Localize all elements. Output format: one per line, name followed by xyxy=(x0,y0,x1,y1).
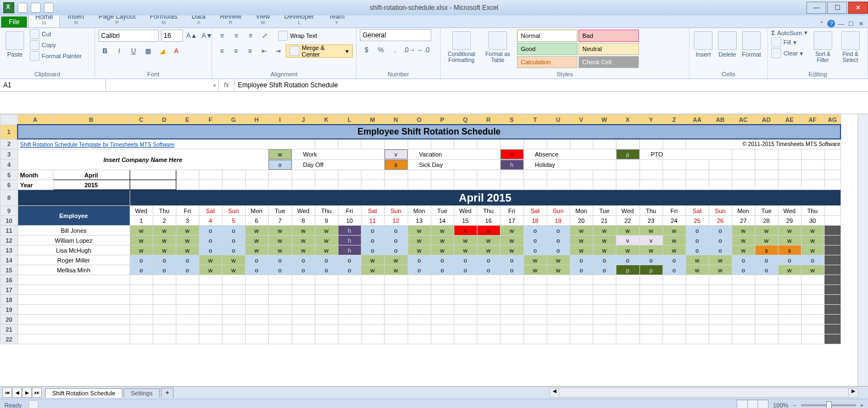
shift-cell[interactable]: w xyxy=(709,255,732,265)
view-mode-buttons[interactable] xyxy=(737,400,769,408)
employee-name[interactable]: Lisa McHugh xyxy=(18,245,130,255)
shift-cell[interactable]: w xyxy=(547,255,570,265)
shift-cell[interactable]: w xyxy=(408,226,431,236)
shift-cell[interactable]: o xyxy=(199,245,222,255)
fill-button[interactable]: Fill▾ xyxy=(771,37,808,47)
vertical-scrollbar[interactable] xyxy=(858,114,868,386)
shift-cell[interactable]: w xyxy=(755,226,778,236)
month-value[interactable]: April xyxy=(53,170,130,180)
percent-button[interactable]: % xyxy=(374,43,387,57)
row-header-18[interactable]: 18 xyxy=(1,295,18,305)
col-header-E[interactable]: E xyxy=(176,115,199,125)
bold-button[interactable]: B xyxy=(98,44,112,58)
shift-cell[interactable]: o xyxy=(477,255,500,265)
doc-minimize-icon[interactable]: — xyxy=(837,20,845,27)
col-header-X[interactable]: X xyxy=(616,115,639,125)
shift-cell[interactable]: o xyxy=(268,255,292,265)
shift-cell[interactable]: w xyxy=(524,255,547,265)
shift-cell[interactable]: o xyxy=(500,255,524,265)
shift-cell[interactable]: o xyxy=(454,265,477,275)
shift-cell[interactable]: p xyxy=(639,265,663,275)
merge-center-button[interactable]: Merge & Center▾ xyxy=(286,44,353,58)
wrap-text-button[interactable]: Wrap Text xyxy=(278,29,317,42)
shift-cell[interactable]: w xyxy=(245,245,268,255)
shift-cell[interactable]: w xyxy=(778,265,801,275)
shift-cell[interactable]: w xyxy=(801,226,824,236)
shift-cell[interactable]: o xyxy=(686,226,709,236)
find-select-button[interactable]: Find & Select xyxy=(838,29,863,63)
shift-cell[interactable]: o xyxy=(384,226,408,236)
row-header-20[interactable]: 20 xyxy=(1,315,18,325)
row-header-21[interactable]: 21 xyxy=(1,325,18,334)
shift-cell[interactable]: w xyxy=(616,245,639,255)
shift-cell[interactable]: w xyxy=(570,245,593,255)
shift-cell[interactable]: w xyxy=(500,226,524,236)
employee-name[interactable]: William Lopez xyxy=(18,236,130,245)
shift-cell[interactable]: o xyxy=(709,226,732,236)
tab-nav-prev-icon[interactable]: ◀ xyxy=(12,388,22,398)
shift-cell[interactable]: w xyxy=(524,265,547,275)
shift-cell[interactable]: w xyxy=(431,236,454,245)
qat-save-icon[interactable] xyxy=(18,3,27,13)
shift-cell[interactable]: w xyxy=(686,255,709,265)
shift-cell[interactable]: h xyxy=(338,226,361,236)
paste-button[interactable]: Paste xyxy=(3,29,26,58)
border-button[interactable]: ▦ xyxy=(141,44,154,58)
font-name-select[interactable]: Calibri xyxy=(98,30,159,42)
shift-cell[interactable]: w xyxy=(292,245,315,255)
orientation-button[interactable]: ⤢ xyxy=(258,29,271,42)
col-header-AB[interactable]: AB xyxy=(709,115,732,125)
shift-cell[interactable]: o xyxy=(431,255,454,265)
grow-font-button[interactable]: A▲ xyxy=(185,29,198,42)
cell-styles-gallery[interactable]: NormalBadGoodNeutralCalculationCheck Cel… xyxy=(516,29,681,69)
row-header-17[interactable]: 17 xyxy=(1,285,18,295)
shift-cell[interactable]: w xyxy=(408,236,431,245)
indent-dec-button[interactable]: ⇤ xyxy=(258,44,271,58)
comma-button[interactable]: , xyxy=(388,43,402,57)
shift-cell[interactable]: w xyxy=(454,245,477,255)
shift-cell[interactable]: o xyxy=(663,265,686,275)
shift-cell[interactable]: w xyxy=(176,245,199,255)
employee-name[interactable]: Mellisa Minh xyxy=(18,265,130,275)
file-tab[interactable]: File xyxy=(1,16,27,27)
shift-cell[interactable]: w xyxy=(616,226,639,236)
help-icon[interactable]: ? xyxy=(827,20,835,27)
zoom-slider[interactable] xyxy=(801,404,856,406)
shift-cell[interactable]: o xyxy=(524,245,547,255)
col-header-F[interactable]: F xyxy=(199,115,222,125)
shift-cell[interactable]: o xyxy=(199,226,222,236)
shift-cell[interactable]: o xyxy=(130,255,153,265)
col-header-AF[interactable]: AF xyxy=(801,115,824,125)
col-header-J[interactable]: J xyxy=(292,115,315,125)
shift-cell[interactable]: o xyxy=(245,255,268,265)
shift-cell[interactable]: s xyxy=(755,245,778,255)
row-header-10[interactable]: 10 xyxy=(1,216,18,226)
shift-cell[interactable]: w xyxy=(268,236,292,245)
shift-cell[interactable]: w xyxy=(130,245,153,255)
shift-cell[interactable]: o xyxy=(616,255,639,265)
company-name-cell[interactable]: Insert Company Name Here xyxy=(18,149,268,170)
template-link[interactable]: Shift Rotation Schedule Template by Time… xyxy=(18,139,315,149)
clear-button[interactable]: Clear▾ xyxy=(771,48,808,58)
shift-cell[interactable]: o xyxy=(292,265,315,275)
excel-icon[interactable] xyxy=(3,2,14,13)
shift-cell[interactable]: o xyxy=(593,255,616,265)
shift-cell[interactable]: o xyxy=(570,255,593,265)
shift-cell[interactable]: o xyxy=(778,255,801,265)
shift-cell[interactable]: w xyxy=(709,265,732,275)
shift-cell[interactable]: w xyxy=(801,236,824,245)
shift-cell[interactable]: o xyxy=(176,265,199,275)
shift-cell[interactable]: w xyxy=(732,236,755,245)
col-header-O[interactable]: O xyxy=(408,115,431,125)
shift-cell[interactable]: w xyxy=(245,226,268,236)
row-header-6[interactable]: 6 xyxy=(1,180,18,190)
shift-cell[interactable]: w xyxy=(361,265,384,275)
employee-name[interactable]: Roger Miller xyxy=(18,255,130,265)
row-header-4[interactable]: 4 xyxy=(1,160,18,170)
shift-cell[interactable]: o xyxy=(524,226,547,236)
align-center-button[interactable]: ≡ xyxy=(230,44,243,58)
shift-cell[interactable]: o xyxy=(384,236,408,245)
conditional-formatting-button[interactable]: Conditional Formatting xyxy=(444,29,479,63)
shift-cell[interactable]: o xyxy=(755,265,778,275)
maximize-button[interactable]: ☐ xyxy=(827,2,847,14)
